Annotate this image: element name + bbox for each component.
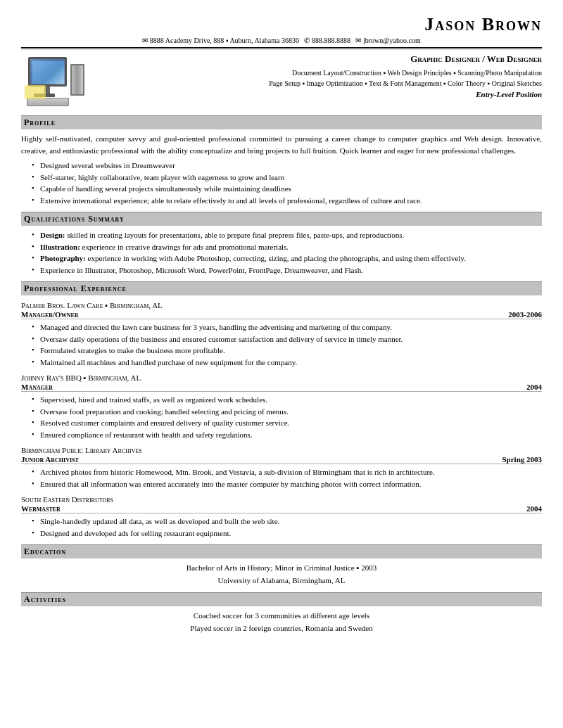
qual-item-3: Photography: experience in working with … bbox=[32, 253, 542, 264]
employer-3: Birmingham Public Library Archives bbox=[21, 446, 542, 454]
profile-bullet-2: Self-starter, highly collaborative, team… bbox=[32, 172, 542, 184]
phone-icon: ✆ bbox=[304, 37, 310, 44]
cpu-shape bbox=[70, 64, 84, 96]
activities-header: Activities bbox=[21, 592, 542, 606]
education-line2: University of Alabama, Birmingham, AL bbox=[21, 575, 542, 587]
qual-item-2: Illustration: experience in creative dra… bbox=[32, 241, 542, 253]
activities-line1: Coached soccer for 3 communities at diff… bbox=[21, 610, 542, 622]
job1-bullet-1: Managed and directed the lawn care busin… bbox=[32, 321, 542, 333]
position-date-1: 2003-2006 bbox=[508, 310, 542, 319]
qual-header: Qualifications Summary bbox=[21, 212, 542, 226]
highlight-shape bbox=[25, 85, 46, 99]
monitor-screen bbox=[32, 61, 64, 84]
contact-info: ✉ 8888 Academy Drive, 888 ▪ Auburn, Alab… bbox=[21, 37, 542, 49]
job1-bullet-4: Maintained all machines and handled purc… bbox=[32, 357, 542, 369]
position-row-3: Junior Archivist Spring 2003 bbox=[21, 455, 542, 464]
contact-phone: 888.888.8888 bbox=[312, 37, 350, 44]
education-header: Education bbox=[21, 544, 542, 558]
job2-bullet-3: Resolved customer complaints and ensured… bbox=[32, 417, 542, 429]
education-line1: Bachelor of Arts in History; Minor in Cr… bbox=[21, 562, 542, 575]
profile-text: Highly self-motivated, computer savvy an… bbox=[21, 133, 542, 156]
qual-text-4: Experience in Illustrator, Photoshop, Mi… bbox=[40, 266, 363, 274]
experience-header: Professional Experience bbox=[21, 281, 542, 295]
position-row-4: Webmaster 2004 bbox=[21, 504, 542, 513]
position-title-3: Junior Archivist bbox=[21, 455, 79, 464]
employer-4: South Eastern Distributors bbox=[21, 495, 542, 504]
job1-bullets: Managed and directed the lawn care busin… bbox=[21, 321, 542, 368]
profile-bullet-1: Designed several websites in Dreamweaver bbox=[32, 160, 542, 172]
position-date-3: Spring 2003 bbox=[502, 455, 542, 464]
position-row-2: Manager 2004 bbox=[21, 383, 542, 392]
qual-label-1: Design: bbox=[40, 231, 65, 239]
position-title-4: Webmaster bbox=[21, 504, 61, 513]
job2-bullet-2: Oversaw food preparation and cooking; ha… bbox=[32, 406, 542, 418]
job4-bullets: Single-handedly updated all data, as wel… bbox=[21, 516, 542, 539]
address-icon: ✉ bbox=[142, 37, 148, 44]
top-section: Graphic Designer / Web Designer Document… bbox=[21, 53, 542, 110]
qual-list: Design: skilled in creating layouts for … bbox=[21, 229, 542, 276]
computer-image bbox=[21, 53, 91, 110]
qual-text-3: experience in working with Adobe Photosh… bbox=[86, 254, 466, 262]
profile-header: Profile bbox=[21, 115, 542, 129]
contact-city: Auburn, Alabama 36830 bbox=[229, 37, 299, 44]
job3-bullet-1: Archived photos from historic Homewood, … bbox=[32, 466, 542, 478]
entry-level: Entry-Level Position bbox=[91, 90, 542, 98]
qual-item-4: Experience in Illustrator, Photoshop, Mi… bbox=[32, 264, 542, 276]
email-icon: ✉ bbox=[355, 37, 361, 44]
position-date-2: 2004 bbox=[526, 383, 542, 391]
education-content: Bachelor of Arts in History; Minor in Cr… bbox=[21, 562, 542, 587]
profile-bullet-4: Extensive international experience; able… bbox=[32, 195, 542, 207]
job-title-box: Graphic Designer / Web Designer Document… bbox=[91, 53, 542, 110]
job1-bullet-3: Formulated strategies to make the busine… bbox=[32, 345, 542, 357]
qual-label-2: Illustration: bbox=[40, 243, 80, 251]
qual-text-1: skilled in creating layouts for presenta… bbox=[65, 231, 404, 239]
employer-1: Palmer Bros. Lawn Care ▪ Birmingham, AL bbox=[21, 301, 542, 309]
qual-item-1: Design: skilled in creating layouts for … bbox=[32, 229, 542, 241]
position-date-4: 2004 bbox=[526, 504, 542, 513]
job2-bullets: Supervised, hired and trained staffs, as… bbox=[21, 394, 542, 440]
employer-2: Johnny Ray's BBQ ▪ Birmingham, AL bbox=[21, 373, 542, 382]
profile-bullets: Designed several websites in Dreamweaver… bbox=[21, 160, 542, 206]
position-row-1: Manager/Owner 2003-2006 bbox=[21, 310, 542, 319]
position-title-2: Manager bbox=[21, 383, 53, 391]
job4-bullet-2: Designed and developed ads for selling r… bbox=[32, 528, 542, 539]
resume-name: Jason Brown bbox=[21, 14, 542, 35]
job3-bullet-2: Ensured that all information was entered… bbox=[32, 478, 542, 490]
job2-bullet-1: Supervised, hired and trained staffs, as… bbox=[32, 394, 542, 406]
skills-line1: Document Layout/Construction ▪ Web Desig… bbox=[91, 68, 542, 78]
job1-bullet-2: Oversaw daily operations of the business… bbox=[32, 333, 542, 345]
job-title: Graphic Designer / Web Designer bbox=[91, 53, 542, 65]
position-title-1: Manager/Owner bbox=[21, 310, 79, 319]
job3-bullets: Archived photos from historic Homewood, … bbox=[21, 466, 542, 490]
contact-email: jbrown@yahoo.com bbox=[363, 37, 421, 44]
contact-address: 8888 Academy Drive, 888 bbox=[150, 37, 224, 44]
qual-text-2: experience in creative drawings for ads … bbox=[80, 243, 289, 251]
activities-content: Coached soccer for 3 communities at diff… bbox=[21, 610, 542, 634]
monitor-shape bbox=[28, 57, 67, 87]
job2-bullet-4: Ensured compliance of restaurant with he… bbox=[32, 429, 542, 441]
profile-bullet-3: Capable of handling several projects sim… bbox=[32, 183, 542, 195]
activities-line2: Played soccer in 2 foreign countries, Ro… bbox=[21, 622, 542, 635]
job4-bullet-1: Single-handedly updated all data, as wel… bbox=[32, 516, 542, 528]
skills-line2: Page Setup ▪ Image Optimization ▪ Text &… bbox=[91, 78, 542, 89]
qual-label-3: Photography: bbox=[40, 254, 86, 262]
